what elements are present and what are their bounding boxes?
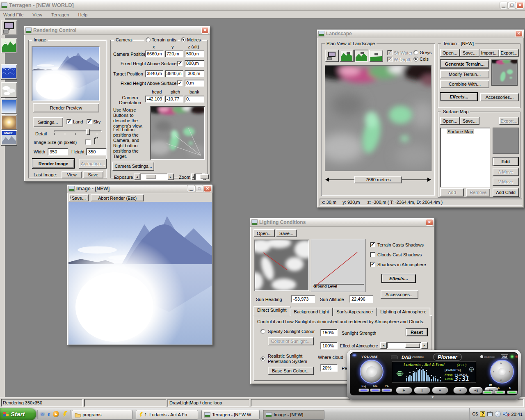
image-window-titlebar[interactable]: Image - [NEW] ▁ □ ✕: [67, 185, 212, 193]
render-preview-button[interactable]: Render Preview: [33, 103, 99, 112]
task-programs[interactable]: programs: [72, 410, 132, 420]
tab-direct-sunlight[interactable]: Direct Sunlight: [253, 306, 290, 316]
minimize-icon[interactable]: ▁: [187, 185, 195, 192]
task-image-window[interactable]: Image - [NEW]: [263, 410, 324, 420]
surface-export-button[interactable]: Export...: [499, 117, 519, 125]
close-icon[interactable]: ✕: [515, 30, 523, 37]
menu-help[interactable]: Help: [78, 12, 87, 17]
quicklaunch-ie-icon[interactable]: e: [48, 411, 50, 418]
terrain-effects-button[interactable]: Effects...: [440, 92, 478, 101]
main-titlebar[interactable]: Terragen - [NEW WORLD] ▁ ❐ ✕: [0, 0, 525, 11]
shadows-in-atmosphere-checkbox[interactable]: ✓: [370, 262, 375, 267]
plan-terrain-camera-button[interactable]: [340, 50, 354, 62]
toolbar-atmosphere-button[interactable]: [1, 98, 17, 114]
tray-network-icon[interactable]: ✕: [503, 412, 509, 417]
specify-sunlight-radio[interactable]: [260, 329, 265, 334]
reset-button[interactable]: Reset: [406, 328, 428, 336]
sun-altitude-preview[interactable]: Ground Level: [311, 239, 366, 292]
quicklaunch-winamp-icon[interactable]: [62, 411, 67, 417]
fixed-height-camera-checkbox[interactable]: ✓: [177, 61, 183, 66]
tab-suns-appearance[interactable]: Sun's Appearance: [333, 308, 377, 316]
camera-y-input[interactable]: 720,m: [165, 50, 183, 57]
terrain-casts-shadows-checkbox[interactable]: ✓: [370, 242, 375, 247]
toolbar-lighting-button[interactable]: [1, 114, 17, 130]
quicklaunch-mail-icon[interactable]: ✉: [40, 411, 45, 417]
close-icon[interactable]: ✕: [201, 27, 209, 34]
exposure-left-arrow[interactable]: ◄: [134, 173, 140, 180]
pl-button[interactable]: [381, 388, 392, 392]
menu-terragen[interactable]: Terragen: [51, 12, 69, 17]
pitch-input[interactable]: -10,77: [165, 96, 183, 103]
head-input[interactable]: -42,109: [145, 96, 164, 103]
close-icon[interactable]: ✕: [426, 219, 433, 226]
menu-view[interactable]: View: [32, 12, 42, 17]
lighting-save-button[interactable]: Save...: [276, 229, 297, 237]
detail-slider[interactable]: [54, 130, 102, 135]
toolbar-clouds-button[interactable]: [1, 82, 17, 98]
terrain-save-button[interactable]: Save...: [460, 49, 479, 57]
save-image-button[interactable]: Save...: [69, 194, 89, 201]
surface-remove-button[interactable]: Remove: [466, 188, 490, 196]
menu-world-file[interactable]: World File: [3, 12, 23, 17]
atmosphere-left-arrow[interactable]: ◄: [380, 342, 387, 349]
minimize-button[interactable]: ▁: [500, 2, 507, 9]
view-last-image-button[interactable]: View: [62, 171, 82, 178]
surface-add-button[interactable]: Add: [440, 188, 464, 196]
atmosphere-thumb[interactable]: [405, 343, 420, 348]
dpad-left-icon[interactable]: ‹: [493, 370, 494, 374]
target-z-input[interactable]: -300,m: [185, 70, 204, 77]
modify-terrain-button[interactable]: Modify Terrain...: [440, 70, 489, 78]
tray-display-icon[interactable]: ⌃: [487, 412, 493, 416]
toolbar-landscape-button[interactable]: [1, 38, 17, 53]
settings-button[interactable]: Settings...: [33, 117, 63, 127]
image-size-lock-checkbox[interactable]: ✓: [85, 139, 91, 145]
task-terragen[interactable]: Terragen - [NEW W...: [201, 410, 260, 420]
camera-z-input[interactable]: 500,m: [185, 50, 204, 57]
clouds-cast-shadows-checkbox[interactable]: ✓: [370, 252, 375, 257]
bank-input[interactable]: 0,: [185, 96, 204, 103]
move-down-button[interactable]: \/ Move: [493, 178, 519, 186]
tab-lighting-of-atmosphere[interactable]: Lighting of Atmosphere: [377, 308, 430, 316]
land-checkbox[interactable]: ✓: [66, 119, 72, 124]
terrain-export-button[interactable]: Export...: [499, 49, 519, 57]
surface-save-button[interactable]: Save...: [460, 117, 479, 125]
previous-button[interactable]: ◄▮: [469, 387, 483, 394]
dpad-right-icon[interactable]: ›: [509, 370, 510, 374]
volume-knob[interactable]: [360, 360, 383, 383]
realistic-sunlight-radio[interactable]: [260, 356, 265, 361]
animation-button[interactable]: Animation...: [79, 159, 107, 169]
eq-button[interactable]: [358, 388, 369, 392]
terrain-open-button[interactable]: Open...: [440, 49, 460, 57]
height-input[interactable]: 350: [86, 148, 107, 155]
toolbar-water-button[interactable]: [1, 64, 17, 80]
save-last-image-button[interactable]: Save: [83, 171, 103, 178]
task-winamp[interactable]: 1. Ludacris - Act A Fo...: [136, 410, 198, 420]
rendering-control-titlebar[interactable]: Rendering Control ✕: [24, 26, 210, 35]
restore-button[interactable]: ❐: [508, 2, 516, 9]
maximize-icon[interactable]: □: [196, 185, 203, 192]
ml-button[interactable]: [370, 388, 381, 392]
surface-edit-button[interactable]: Edit: [493, 157, 519, 166]
zoom-left-arrow[interactable]: ◄: [191, 173, 195, 180]
plan-flat-view-button[interactable]: [369, 50, 383, 62]
greys-radio[interactable]: [413, 50, 418, 55]
target-x-input[interactable]: 3840,m: [145, 70, 164, 77]
dpad-knob[interactable]: ˄ ˅ ‹ ›: [490, 360, 514, 383]
close-button[interactable]: ✕: [516, 2, 524, 9]
base-sun-colour-button[interactable]: Base Sun Colour...: [268, 367, 314, 375]
plan-terrain-view-button[interactable]: [354, 50, 368, 62]
levels-mode-button[interactable]: [495, 390, 505, 394]
percentage-input[interactable]: 20%: [320, 364, 338, 372]
terrain-accessories-button[interactable]: Accessories...: [480, 93, 519, 101]
tray-help-icon[interactable]: ?: [480, 411, 485, 417]
pause-button[interactable]: ∥: [414, 387, 430, 394]
fixed-height-camera-input[interactable]: 800,m: [185, 60, 204, 67]
render-image-button[interactable]: Render Image: [32, 158, 75, 169]
shuffle-mode-button[interactable]: [482, 390, 493, 394]
abort-render-button[interactable]: Abort Render (Esc): [91, 194, 144, 201]
metres-radio[interactable]: [181, 37, 186, 42]
dpad-down-icon[interactable]: ˅: [500, 379, 502, 382]
fixed-height-target-input[interactable]: 0,m: [185, 80, 204, 87]
sun-heading-input[interactable]: -53,973: [291, 295, 315, 303]
camera-settings-button[interactable]: Camera Settings...: [112, 162, 154, 171]
